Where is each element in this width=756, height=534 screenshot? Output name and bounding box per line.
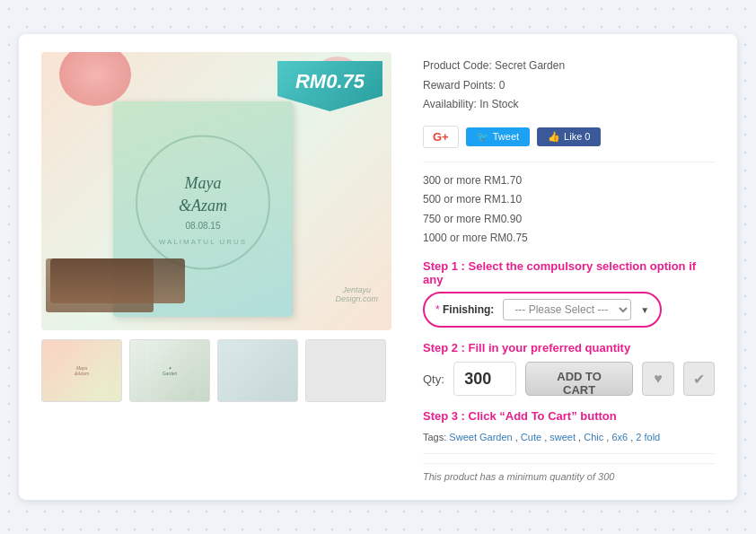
wreath-decoration xyxy=(136,135,270,269)
step-1-label: Step 1 : Select the compulsory selection… xyxy=(423,259,715,286)
product-page: RM0.75 Maya &Azam 08.08.15 WALIMATUL URU… xyxy=(19,34,737,500)
pricing-tier-4: 1000 or more RM0.75 xyxy=(423,229,715,249)
tag-cute[interactable]: Cute xyxy=(521,432,541,442)
left-panel: RM0.75 Maya &Azam 08.08.15 WALIMATUL URU… xyxy=(41,52,400,482)
qty-input[interactable] xyxy=(453,362,516,396)
thumbnail-3[interactable] xyxy=(217,339,298,402)
divider-1 xyxy=(423,162,715,162)
like-label: Like 0 xyxy=(564,131,590,142)
checkmark-icon: ✔ xyxy=(693,371,705,388)
product-reward: Reward Points: 0 xyxy=(423,76,715,96)
tweet-button[interactable]: 🐦 Tweet xyxy=(466,127,530,146)
product-code: Product Code: Secret Garden xyxy=(423,57,715,76)
google-plus-button[interactable]: G+ xyxy=(423,126,459,148)
divider-2 xyxy=(423,453,715,454)
qty-label: Qty: xyxy=(423,372,444,386)
main-product-image: RM0.75 Maya &Azam 08.08.15 WALIMATUL URU… xyxy=(41,52,391,330)
product-info: Product Code: Secret Garden Reward Point… xyxy=(423,57,715,115)
select-chevron-icon: ▼ xyxy=(640,305,649,315)
price-badge: RM0.75 xyxy=(277,61,382,111)
qty-row: Qty: ADD TO CART ♥ ✔ xyxy=(423,362,715,396)
flower-decoration-left xyxy=(59,52,131,106)
thumbnail-4[interactable] xyxy=(305,339,386,402)
watermark: JentayuDesign.com xyxy=(335,285,378,303)
finishing-row: * Finishing: --- Please Select --- ▼ xyxy=(423,292,662,328)
facebook-like-button[interactable]: 👍 Like 0 xyxy=(537,127,601,146)
google-plus-icon: G+ xyxy=(433,130,449,144)
heart-icon: ♥ xyxy=(654,371,663,387)
tags-row: Tags: Sweet Garden , Cute , sweet , Chic… xyxy=(423,432,715,442)
tag-sweet[interactable]: sweet xyxy=(549,432,576,442)
tag-list: Sweet Garden , Cute , sweet , Chic , 6x6… xyxy=(449,432,660,442)
pricing-tiers: 300 or more RM1.70 500 or more RM1.10 75… xyxy=(423,171,715,249)
thumbnail-1[interactable]: Maya&Azam xyxy=(41,339,122,402)
pricing-tier-3: 750 or more RM0.90 xyxy=(423,210,715,230)
min-qty-note: This product has a minimum quantity of 3… xyxy=(423,463,715,482)
social-buttons: G+ 🐦 Tweet 👍 Like 0 xyxy=(423,126,715,148)
tag-2fold[interactable]: 2 fold xyxy=(636,432,660,442)
finishing-field-label: Finishing: xyxy=(443,303,494,316)
tag-chic[interactable]: Chic xyxy=(584,432,603,442)
thumbnail-strip: Maya&Azam ✦Garden xyxy=(41,339,400,402)
step-2-label: Step 2 : Fill in your preferred quantity xyxy=(423,341,715,355)
product-availability: Availability: In Stock xyxy=(423,95,715,115)
compare-button[interactable]: ✔ xyxy=(683,362,715,396)
tag-6x6[interactable]: 6x6 xyxy=(611,432,628,442)
finishing-label: * Finishing: xyxy=(435,303,494,316)
pricing-tier-1: 300 or more RM1.70 xyxy=(423,171,715,191)
price-value: RM0.75 xyxy=(295,70,365,92)
tweet-label: Tweet xyxy=(493,131,519,142)
add-to-cart-label: ADD TO CART xyxy=(557,370,602,397)
facebook-icon: 👍 xyxy=(548,131,560,143)
tag-sweet-garden[interactable]: Sweet Garden xyxy=(449,432,512,442)
finishing-select[interactable]: --- Please Select --- xyxy=(503,299,631,320)
right-panel: Product Code: Secret Garden Reward Point… xyxy=(423,52,715,482)
finishing-required: * xyxy=(435,303,440,316)
twitter-icon: 🐦 xyxy=(477,131,489,143)
sunglasses-decoration xyxy=(50,258,185,303)
wishlist-button[interactable]: ♥ xyxy=(642,362,673,396)
pricing-tier-2: 500 or more RM1.10 xyxy=(423,190,715,210)
thumbnail-2[interactable]: ✦Garden xyxy=(129,339,210,402)
tags-label: Tags: xyxy=(423,432,446,442)
step-3-label: Step 3 : Click “Add To Cart” button xyxy=(423,409,715,423)
add-to-cart-button[interactable]: ADD TO CART xyxy=(525,362,634,396)
